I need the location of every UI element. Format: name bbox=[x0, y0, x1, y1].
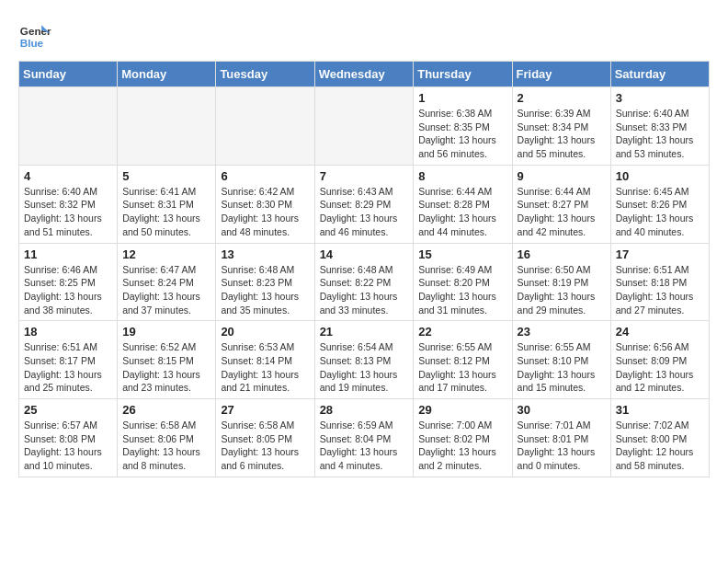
day-info: Sunrise: 6:48 AMSunset: 8:22 PMDaylight:… bbox=[320, 263, 409, 317]
day-number: 18 bbox=[24, 325, 112, 339]
calendar-week-row: 11Sunrise: 6:46 AMSunset: 8:25 PMDayligh… bbox=[19, 243, 710, 321]
day-number: 22 bbox=[418, 325, 506, 339]
calendar-day-cell: 15Sunrise: 6:49 AMSunset: 8:20 PMDayligh… bbox=[414, 243, 512, 321]
svg-text:Blue: Blue bbox=[20, 37, 44, 49]
day-info: Sunrise: 6:38 AMSunset: 8:35 PMDaylight:… bbox=[418, 107, 506, 161]
day-info: Sunrise: 6:57 AMSunset: 8:08 PMDaylight:… bbox=[24, 419, 112, 473]
calendar-day-cell: 31Sunrise: 7:02 AMSunset: 8:00 PMDayligh… bbox=[610, 399, 709, 477]
calendar-day-cell: 26Sunrise: 6:58 AMSunset: 8:06 PMDayligh… bbox=[118, 399, 216, 477]
day-number: 7 bbox=[320, 169, 409, 183]
day-number: 28 bbox=[320, 403, 409, 417]
calendar-day-cell: 12Sunrise: 6:47 AMSunset: 8:24 PMDayligh… bbox=[118, 243, 216, 321]
day-number: 29 bbox=[418, 403, 506, 417]
calendar-week-row: 1Sunrise: 6:38 AMSunset: 8:35 PMDaylight… bbox=[19, 87, 710, 166]
day-number: 10 bbox=[616, 169, 704, 183]
day-info: Sunrise: 6:55 AMSunset: 8:10 PMDaylight:… bbox=[518, 340, 606, 395]
day-number: 8 bbox=[418, 169, 506, 183]
day-info: Sunrise: 6:40 AMSunset: 8:32 PMDaylight:… bbox=[24, 185, 112, 239]
day-info: Sunrise: 6:48 AMSunset: 8:23 PMDaylight:… bbox=[221, 263, 309, 317]
calendar-day-cell: 11Sunrise: 6:46 AMSunset: 8:25 PMDayligh… bbox=[19, 243, 118, 321]
day-number: 31 bbox=[616, 403, 704, 417]
day-number: 13 bbox=[221, 247, 309, 261]
day-number: 15 bbox=[418, 247, 506, 261]
day-number: 20 bbox=[221, 325, 309, 339]
calendar-day-cell: 14Sunrise: 6:48 AMSunset: 8:22 PMDayligh… bbox=[314, 243, 414, 321]
day-info: Sunrise: 6:47 AMSunset: 8:24 PMDaylight:… bbox=[122, 263, 210, 317]
day-number: 25 bbox=[24, 403, 112, 417]
day-info: Sunrise: 6:40 AMSunset: 8:33 PMDaylight:… bbox=[616, 107, 704, 161]
calendar: SundayMondayTuesdayWednesdayThursdayFrid… bbox=[18, 61, 710, 477]
weekday-header: Tuesday bbox=[216, 62, 314, 87]
calendar-day-cell: 1Sunrise: 6:38 AMSunset: 8:35 PMDaylight… bbox=[414, 87, 512, 166]
day-number: 2 bbox=[518, 91, 606, 105]
calendar-day-cell: 28Sunrise: 6:59 AMSunset: 8:04 PMDayligh… bbox=[314, 399, 414, 477]
day-info: Sunrise: 6:50 AMSunset: 8:19 PMDaylight:… bbox=[518, 263, 606, 317]
calendar-body: 1Sunrise: 6:38 AMSunset: 8:35 PMDaylight… bbox=[19, 87, 710, 477]
calendar-day-cell: 22Sunrise: 6:55 AMSunset: 8:12 PMDayligh… bbox=[414, 321, 512, 399]
day-number: 14 bbox=[320, 247, 409, 261]
weekday-header: Friday bbox=[512, 62, 610, 87]
calendar-day-cell: 20Sunrise: 6:53 AMSunset: 8:14 PMDayligh… bbox=[216, 321, 314, 399]
day-number: 17 bbox=[616, 247, 704, 261]
calendar-day-cell: 13Sunrise: 6:48 AMSunset: 8:23 PMDayligh… bbox=[216, 243, 314, 321]
calendar-day-cell bbox=[19, 87, 118, 166]
calendar-week-row: 25Sunrise: 6:57 AMSunset: 8:08 PMDayligh… bbox=[19, 399, 710, 477]
day-info: Sunrise: 6:45 AMSunset: 8:26 PMDaylight:… bbox=[616, 185, 704, 239]
day-info: Sunrise: 6:43 AMSunset: 8:29 PMDaylight:… bbox=[320, 185, 409, 239]
weekday-header: Saturday bbox=[610, 62, 709, 87]
calendar-day-cell: 2Sunrise: 6:39 AMSunset: 8:34 PMDaylight… bbox=[512, 87, 610, 166]
calendar-week-row: 4Sunrise: 6:40 AMSunset: 8:32 PMDaylight… bbox=[19, 165, 710, 243]
day-info: Sunrise: 6:56 AMSunset: 8:09 PMDaylight:… bbox=[616, 340, 704, 395]
day-info: Sunrise: 7:02 AMSunset: 8:00 PMDaylight:… bbox=[616, 419, 704, 473]
logo-icon: General Blue bbox=[18, 18, 51, 52]
calendar-day-cell: 19Sunrise: 6:52 AMSunset: 8:15 PMDayligh… bbox=[118, 321, 216, 399]
calendar-day-cell bbox=[216, 87, 314, 166]
day-info: Sunrise: 6:51 AMSunset: 8:17 PMDaylight:… bbox=[24, 340, 112, 395]
day-info: Sunrise: 6:52 AMSunset: 8:15 PMDaylight:… bbox=[122, 340, 210, 395]
day-number: 4 bbox=[24, 169, 112, 183]
day-info: Sunrise: 6:44 AMSunset: 8:27 PMDaylight:… bbox=[518, 185, 606, 239]
day-info: Sunrise: 6:59 AMSunset: 8:04 PMDaylight:… bbox=[320, 419, 409, 473]
day-info: Sunrise: 6:39 AMSunset: 8:34 PMDaylight:… bbox=[518, 107, 606, 161]
calendar-day-cell: 6Sunrise: 6:42 AMSunset: 8:30 PMDaylight… bbox=[216, 165, 314, 243]
header: General Blue bbox=[18, 18, 710, 52]
day-number: 16 bbox=[518, 247, 606, 261]
day-info: Sunrise: 6:54 AMSunset: 8:13 PMDaylight:… bbox=[320, 340, 409, 395]
day-number: 30 bbox=[518, 403, 606, 417]
calendar-day-cell: 4Sunrise: 6:40 AMSunset: 8:32 PMDaylight… bbox=[19, 165, 118, 243]
day-number: 11 bbox=[24, 247, 112, 261]
day-info: Sunrise: 6:51 AMSunset: 8:18 PMDaylight:… bbox=[616, 263, 704, 317]
calendar-day-cell bbox=[314, 87, 414, 166]
day-info: Sunrise: 7:01 AMSunset: 8:01 PMDaylight:… bbox=[518, 419, 606, 473]
calendar-day-cell: 21Sunrise: 6:54 AMSunset: 8:13 PMDayligh… bbox=[314, 321, 414, 399]
calendar-day-cell: 30Sunrise: 7:01 AMSunset: 8:01 PMDayligh… bbox=[512, 399, 610, 477]
calendar-day-cell: 5Sunrise: 6:41 AMSunset: 8:31 PMDaylight… bbox=[118, 165, 216, 243]
weekday-header: Monday bbox=[118, 62, 216, 87]
calendar-day-cell bbox=[118, 87, 216, 166]
day-info: Sunrise: 6:42 AMSunset: 8:30 PMDaylight:… bbox=[221, 185, 309, 239]
calendar-day-cell: 7Sunrise: 6:43 AMSunset: 8:29 PMDaylight… bbox=[314, 165, 414, 243]
calendar-day-cell: 8Sunrise: 6:44 AMSunset: 8:28 PMDaylight… bbox=[414, 165, 512, 243]
day-number: 24 bbox=[616, 325, 704, 339]
day-number: 1 bbox=[418, 91, 506, 105]
day-number: 5 bbox=[122, 169, 210, 183]
day-number: 9 bbox=[518, 169, 606, 183]
day-info: Sunrise: 6:46 AMSunset: 8:25 PMDaylight:… bbox=[24, 263, 112, 317]
day-info: Sunrise: 6:55 AMSunset: 8:12 PMDaylight:… bbox=[418, 340, 506, 395]
calendar-day-cell: 29Sunrise: 7:00 AMSunset: 8:02 PMDayligh… bbox=[414, 399, 512, 477]
day-number: 21 bbox=[320, 325, 409, 339]
day-info: Sunrise: 6:41 AMSunset: 8:31 PMDaylight:… bbox=[122, 185, 210, 239]
day-number: 23 bbox=[518, 325, 606, 339]
calendar-day-cell: 10Sunrise: 6:45 AMSunset: 8:26 PMDayligh… bbox=[610, 165, 709, 243]
calendar-week-row: 18Sunrise: 6:51 AMSunset: 8:17 PMDayligh… bbox=[19, 321, 710, 399]
day-number: 26 bbox=[122, 403, 210, 417]
day-info: Sunrise: 6:49 AMSunset: 8:20 PMDaylight:… bbox=[418, 263, 506, 317]
day-number: 19 bbox=[122, 325, 210, 339]
calendar-day-cell: 24Sunrise: 6:56 AMSunset: 8:09 PMDayligh… bbox=[610, 321, 709, 399]
weekday-header: Thursday bbox=[414, 62, 512, 87]
calendar-day-cell: 23Sunrise: 6:55 AMSunset: 8:10 PMDayligh… bbox=[512, 321, 610, 399]
weekday-header: Wednesday bbox=[314, 62, 414, 87]
calendar-day-cell: 9Sunrise: 6:44 AMSunset: 8:27 PMDaylight… bbox=[512, 165, 610, 243]
day-info: Sunrise: 7:00 AMSunset: 8:02 PMDaylight:… bbox=[418, 419, 506, 473]
calendar-day-cell: 17Sunrise: 6:51 AMSunset: 8:18 PMDayligh… bbox=[610, 243, 709, 321]
